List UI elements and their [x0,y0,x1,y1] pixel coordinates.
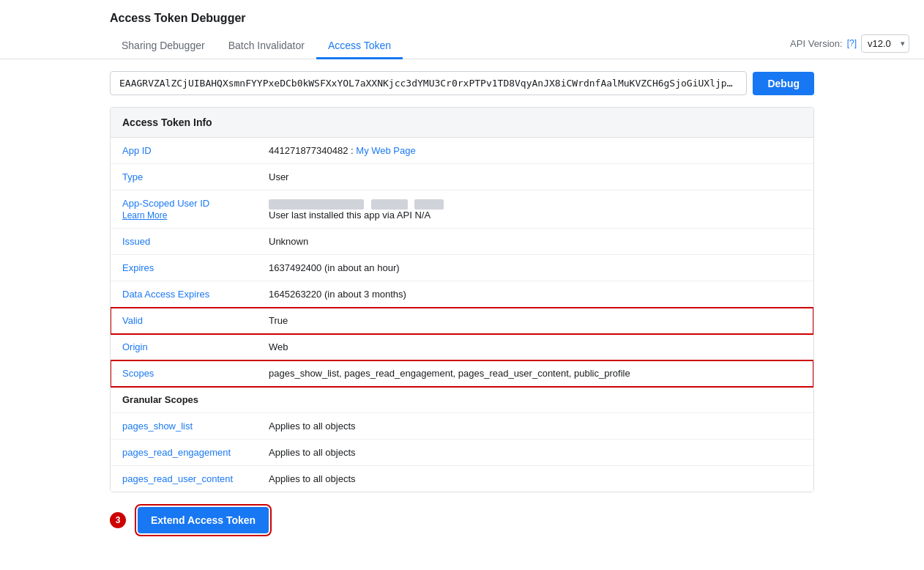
info-value-granular-1: Applies to all objects [257,413,813,439]
app-id-link[interactable]: My Web Page [356,145,415,156]
info-value-data-access-expires: 1645263220 (in about 3 months) [257,281,813,307]
api-version-select[interactable]: v12.0 v11.0 v10.0 [861,34,909,53]
main-content: Access Token Info App ID 441271877340482… [0,107,924,570]
info-row-granular-2: pages_read_engagement Applies to all obj… [111,440,813,466]
info-row-type: Type User [111,164,813,190]
info-value-granular-3: Applies to all objects [257,466,813,492]
learn-more-link[interactable]: Learn More [122,210,245,221]
app-id-prefix: 441271877340482 : [269,145,356,156]
info-label-scopes: Scopes [111,360,257,386]
page-title: Access Token Debugger [15,12,909,25]
info-value-expires: 1637492400 (in about an hour) [257,255,813,281]
info-card: Access Token Info App ID 441271877340482… [110,107,814,492]
api-select-wrapper: v12.0 v11.0 v10.0 [861,34,909,53]
info-row-expires: Expires 1637492400 (in about an hour) [111,255,813,281]
info-row-scopes: 2 Scopes pages_show_list, pages_read_eng… [111,360,813,387]
info-label-expires: Expires [111,255,257,281]
token-input[interactable] [110,71,747,95]
info-label-data-access-expires: Data Access Expires [111,281,257,307]
debug-button[interactable]: Debug [753,72,814,95]
info-value-app-scoped-user-id: User last installed this app via API N/A [257,190,813,228]
user-id-blurred-3 [414,199,444,210]
info-label-valid: Valid [111,308,257,333]
user-id-blurred-1 [269,199,364,210]
info-label-app-id: App ID [111,138,257,163]
tabs-row: Sharing Debugger Batch Invalidator Acces… [15,34,909,59]
info-row-origin: Origin Web [111,334,813,360]
info-label-granular-1: pages_show_list [111,413,257,439]
user-id-blurred-2 [371,199,408,210]
card-header: Access Token Info [111,108,813,138]
info-label-type: Type [111,164,257,190]
granular-scopes-header: Granular Scopes [111,387,813,413]
badge-3: 3 [110,512,126,528]
info-row-valid: 1 Valid True [111,308,813,334]
info-row-issued: Issued Unknown [111,229,813,255]
info-label-issued: Issued [111,229,257,254]
info-row-app-scoped-user-id: App-Scoped User ID Learn More User last … [111,190,813,229]
info-row-granular-3: pages_read_user_content Applies to all o… [111,466,813,492]
info-value-origin: Web [257,334,813,360]
info-label-app-scoped-user-id: App-Scoped User ID Learn More [111,190,257,228]
tab-batch[interactable]: Batch Invalidator [217,34,316,59]
info-row-data-access-expires: Data Access Expires 1645263220 (in about… [111,281,813,308]
tab-sharing[interactable]: Sharing Debugger [110,34,217,59]
tab-access-token[interactable]: Access Token [316,34,403,59]
api-version-help[interactable]: [?] [847,38,857,48]
user-id-sub-text: User last installed this app via API N/A [269,210,431,221]
info-value-scopes: pages_show_list, pages_read_engagement, … [257,360,813,386]
info-value-valid: True [257,308,813,333]
top-bar: Access Token Debugger Sharing Debugger B… [0,0,924,59]
info-label-granular-2: pages_read_engagement [111,440,257,465]
bottom-actions: 3 Extend Access Token [110,492,814,548]
info-value-granular-2: Applies to all objects [257,440,813,465]
search-bar-area: Debug [0,59,924,107]
info-label-granular-3: pages_read_user_content [111,466,257,492]
api-version-label: API Version: [790,38,843,49]
extend-access-token-button[interactable]: Extend Access Token [138,507,269,533]
info-value-issued: Unknown [257,229,813,254]
info-label-origin: Origin [111,334,257,360]
info-row-granular-1: pages_show_list Applies to all objects [111,413,813,440]
api-version-area: API Version: [?] v12.0 v11.0 v10.0 [790,34,909,59]
page-wrapper: Access Token Debugger Sharing Debugger B… [0,0,924,570]
info-value-app-id: 441271877340482 : My Web Page [257,138,813,163]
info-row-app-id: App ID 441271877340482 : My Web Page [111,138,813,164]
info-value-type: User [257,164,813,190]
